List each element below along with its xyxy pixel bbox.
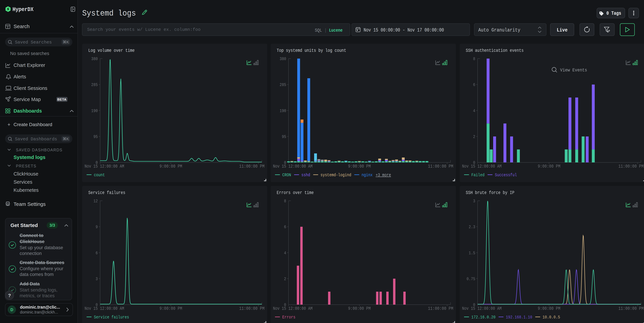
svg-text:9: 9 (96, 224, 98, 229)
svg-text:HyperDX: HyperDX (12, 6, 34, 13)
svg-text:ClickHouse: ClickHouse (20, 239, 44, 244)
svg-text:dominic.tran@clic...: dominic.tran@clic... (20, 305, 60, 309)
svg-text:Search your events w/ Lucene e: Search your events w/ Lucene ex. column:… (87, 27, 200, 32)
svg-text:No saved searches: No saved searches (10, 51, 49, 56)
svg-text:11:00:00 PM: 11:00:00 PM (239, 164, 264, 169)
svg-text:2: 2 (473, 134, 475, 139)
svg-text:Dashboards: Dashboards (14, 108, 42, 114)
svg-text:11:00:00 PM: 11:00:00 PM (618, 164, 644, 169)
svg-text:11:00:00 PM: 11:00:00 PM (618, 306, 644, 311)
svg-text:Create Data Sources: Create Data Sources (20, 260, 64, 265)
svg-text:3: 3 (96, 276, 98, 281)
svg-text:3/3: 3/3 (50, 223, 55, 227)
svg-text:Create Dashboard: Create Dashboard (14, 122, 52, 127)
svg-text:Start sending logs,: Start sending logs, (20, 287, 58, 292)
svg-text:Errors over time: Errors over time (277, 190, 314, 195)
svg-text:4: 4 (284, 250, 286, 255)
svg-text:Nov 15 12:00:00 AM: Nov 15 12:00:00 AM (462, 164, 502, 169)
svg-text:192.168.1.10: 192.168.1.10 (506, 315, 532, 319)
svg-text:190: 190 (91, 108, 98, 113)
svg-text:Get Started: Get Started (10, 222, 38, 228)
svg-text:6: 6 (96, 250, 98, 255)
svg-text:Service Map: Service Map (14, 97, 41, 102)
svg-text:285: 285 (91, 82, 98, 87)
svg-text:Configure where your: Configure where your (20, 266, 63, 271)
svg-text:Connect to: Connect to (20, 233, 44, 238)
svg-text:Saved Dashboards: Saved Dashboards (15, 137, 57, 142)
svg-text:CRON: CRON (282, 173, 291, 178)
svg-text:190: 190 (280, 108, 286, 113)
svg-text:dominic.tran@clickh...: dominic.tran@clickh... (20, 310, 58, 314)
svg-text:Kubernetes: Kubernetes (14, 187, 38, 193)
svg-text:Nov 15 12:00:00 AM: Nov 15 12:00:00 AM (462, 306, 502, 311)
svg-text:Errors: Errors (282, 315, 296, 319)
svg-text:172.16.0.20: 172.16.0.20 (471, 315, 496, 319)
svg-text:+: + (8, 122, 10, 127)
svg-text:Systemd logs: Systemd logs (82, 9, 136, 18)
svg-text:Service failures: Service failures (94, 315, 129, 319)
svg-text:0 Tags: 0 Tags (606, 11, 621, 16)
svg-text:Set up your database: Set up your database (20, 245, 63, 250)
svg-text:count: count (94, 173, 105, 178)
svg-text:SAVED DASHBOARDS: SAVED DASHBOARDS (16, 148, 62, 152)
svg-text:Alerts: Alerts (14, 74, 26, 79)
svg-text:SSH authentication events: SSH authentication events (466, 48, 524, 53)
svg-text:Auto Granularity: Auto Granularity (478, 27, 520, 33)
svg-text:Successful: Successful (495, 173, 517, 178)
svg-text:6: 6 (284, 224, 286, 229)
svg-text:9:00:00 PM: 9:00:00 PM (160, 306, 182, 311)
svg-text:Nov 15 12:00:00 AM: Nov 15 12:00:00 AM (273, 306, 312, 311)
svg-text:11:00:00 PM: 11:00:00 PM (428, 306, 453, 311)
svg-text:Search: Search (14, 24, 30, 29)
svg-text:nginx: nginx (362, 173, 372, 178)
svg-text:SQL: SQL (315, 28, 322, 33)
svg-text:View Events: View Events (560, 68, 587, 73)
svg-text:95: 95 (282, 134, 286, 139)
svg-text:⌘K: ⌘K (63, 137, 69, 141)
svg-text:Systemd logs: Systemd logs (14, 155, 46, 160)
svg-text:9:00:00 PM: 9:00:00 PM (348, 306, 371, 311)
svg-text:10.0.0.5: 10.0.0.5 (542, 315, 560, 319)
svg-text:Top systemd units by log count: Top systemd units by log count (277, 48, 346, 53)
svg-text:9:00:00 PM: 9:00:00 PM (538, 306, 560, 311)
svg-text:95: 95 (93, 134, 98, 139)
svg-text:380: 380 (91, 56, 98, 62)
svg-text:metrics, or traces: metrics, or traces (20, 293, 54, 298)
svg-text:0.75: 0.75 (466, 276, 475, 281)
svg-text:1.5: 1.5 (469, 250, 475, 255)
svg-text:Saved Searches: Saved Searches (15, 40, 52, 45)
svg-text:systemd-logind: systemd-logind (320, 173, 351, 178)
svg-text:11:00:00 PM: 11:00:00 PM (428, 164, 453, 169)
svg-text:Nov 15 00:00:00 - Nov 17 00:00: Nov 15 00:00:00 - Nov 17 00:00:00 (364, 28, 444, 33)
svg-text:Nov 15 12:00:00 AM: Nov 15 12:00:00 AM (273, 164, 312, 169)
svg-text:8: 8 (473, 56, 475, 62)
svg-text:Log volume over time: Log volume over time (88, 48, 134, 53)
svg-text:?: ? (8, 293, 11, 298)
svg-text:Add Data: Add Data (20, 281, 40, 286)
svg-text:ClickHouse: ClickHouse (14, 171, 38, 177)
svg-text:⌘K: ⌘K (63, 40, 69, 44)
svg-text:6: 6 (473, 82, 475, 87)
svg-text:Lucene: Lucene (329, 28, 342, 33)
svg-text:4: 4 (473, 108, 475, 113)
svg-text:9:00:00 PM: 9:00:00 PM (348, 164, 371, 169)
svg-text:SSH brute force by IP: SSH brute force by IP (466, 190, 514, 195)
svg-text:2.3: 2.3 (469, 224, 475, 229)
svg-text:8: 8 (284, 198, 286, 203)
svg-text:Chart Explorer: Chart Explorer (14, 63, 45, 68)
svg-text:9:00:00 PM: 9:00:00 PM (538, 164, 560, 169)
svg-text:12: 12 (93, 198, 98, 203)
svg-text:2: 2 (284, 276, 286, 281)
svg-text:connection: connection (20, 251, 42, 256)
svg-text:Client Sessions: Client Sessions (14, 86, 47, 91)
svg-text:PRESETS: PRESETS (16, 164, 36, 168)
svg-text:data comes from: data comes from (20, 272, 54, 277)
svg-text:sshd: sshd (301, 173, 310, 178)
svg-text:380: 380 (280, 56, 286, 62)
svg-text:Nov 15 12:00:00 AM: Nov 15 12:00:00 AM (84, 164, 124, 169)
svg-text:285: 285 (280, 82, 286, 87)
svg-text:Service failures: Service failures (88, 190, 125, 195)
svg-text:+3 more: +3 more (376, 173, 391, 178)
svg-text:11:00:00 PM: 11:00:00 PM (239, 306, 264, 311)
svg-text:Live: Live (557, 27, 568, 33)
